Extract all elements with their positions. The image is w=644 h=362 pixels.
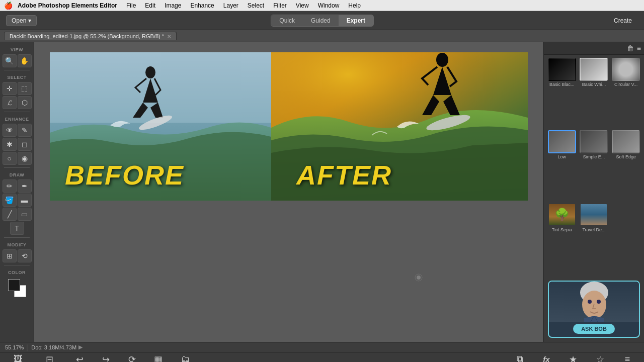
status-bar: 55.17% │ Doc: 3.18M/4.73M ▶ [0,342,644,352]
marquee-tool[interactable]: ⬚ [18,82,32,95]
close-tab-icon[interactable]: ✕ [167,34,171,39]
tab-filename: Backlit Boarding_edited-1.jpg @ 55.2% (B… [10,33,164,39]
panel-delete-icon[interactable]: 🗑 [627,44,634,52]
mode-group: Quick Guided Expert [271,15,374,27]
rotate-icon: ⟳ [128,354,136,363]
organizer-icon: 🗂 [181,354,190,362]
line-tool[interactable]: ╱ [3,208,17,221]
preset-label-travel-de: Travel De... [582,227,605,232]
draw-section-label: DRAW [2,170,32,178]
transform-tool[interactable]: ⟲ [18,249,32,262]
menu-layer[interactable]: Layer [219,1,243,10]
panel-settings-icon[interactable]: ≡ [637,44,641,52]
menu-file[interactable]: File [122,1,140,10]
left-toolbar: VIEW 🔍 ✋ SELECT ✛ ⬚ 𝓛 ⬡ ENHANCE 👁 ✎ ✱ ◻ … [0,42,34,342]
brush-tool[interactable]: ✏ [3,179,17,193]
open-button[interactable]: Open ▾ [6,15,37,26]
paint-bucket-tool[interactable]: 🪣 [3,194,17,207]
view-section-label: VIEW [2,45,32,53]
preset-circular-v[interactable]: Circular V... [611,58,641,128]
preset-thumb-basic-white [580,58,608,81]
layout-button[interactable]: ▦ Layout [145,353,171,363]
move-tool[interactable]: ✛ [3,82,17,95]
more-icon: ≡ [625,354,630,362]
shape-tool[interactable]: ▭ [18,208,32,221]
preset-label-basic-black: Basic Blac... [549,82,575,87]
menu-view[interactable]: View [292,1,313,10]
svg-point-14 [597,300,601,304]
canvas-area[interactable]: BEFORE [34,42,543,342]
svg-point-9 [415,274,422,281]
expert-mode-button[interactable]: Expert [339,15,373,26]
graphics-button[interactable]: ★ Graphics [560,353,586,363]
preset-basic-white[interactable]: Basic Whi... [579,58,609,128]
favorites-icon: ☆ [596,354,604,363]
doc-info: Doc: 3.18M/4.73M [31,344,76,350]
app-title: Adobe Photoshop Elements Editor [18,2,117,9]
svg-point-13 [588,300,592,304]
healing-tool[interactable]: ✎ [18,124,32,137]
preset-travel-de[interactable]: Travel De... [579,203,609,274]
preset-basic-black[interactable]: Basic Blac... [547,58,577,128]
red-eye-tool[interactable]: 👁 [3,124,17,137]
layers-button[interactable]: ⧉ Layers [508,353,533,362]
zoom-tool[interactable]: 🔍 [3,54,17,67]
guided-mode-button[interactable]: Guided [303,15,339,26]
apple-menu[interactable]: 🍎 [4,2,13,10]
preset-label-tint-sepia: Tint Sepia [552,227,572,232]
lasso-tool[interactable]: 𝓛 [3,96,17,109]
preset-tint-sepia[interactable]: 🌳 Tint Sepia [547,203,577,274]
svg-point-2 [145,66,155,78]
rotate-button[interactable]: ⟳ Rotate [119,353,144,363]
menu-window[interactable]: Window [314,1,344,10]
preset-soft-edge[interactable]: Soft Edge [611,130,641,201]
menu-enhance[interactable]: Enhance [186,1,218,10]
svg-point-6 [436,53,448,67]
quick-mode-button[interactable]: Quick [271,15,303,26]
menu-filter[interactable]: Filter [269,1,291,10]
before-panel: BEFORE [50,52,271,201]
pencil-tool[interactable]: ✒ [18,179,32,193]
clone-stamp-tool[interactable]: ✱ [3,138,17,151]
foreground-color-swatch[interactable] [8,279,20,291]
color-section-label: COLOR [2,268,32,276]
color-swatches [2,279,32,297]
menu-edit[interactable]: Edit [141,1,159,10]
hand-tool[interactable]: ✋ [18,54,32,67]
preset-label-soft-edge: Soft Edge [616,154,636,159]
quick-select-tool[interactable]: ⬡ [18,96,32,109]
create-button[interactable]: Create [608,15,638,26]
dodge-tool[interactable]: ○ [3,152,17,165]
photo-bin-button[interactable]: 🖼 Photo Bin [4,353,32,362]
status-arrow[interactable]: ▶ [78,344,83,350]
undo-button[interactable]: ↩ Undo [67,353,92,363]
tool-options-button[interactable]: ⊟ Tool Options [33,353,66,363]
color-pair[interactable] [8,279,26,297]
select-section-label: SELECT [2,73,32,81]
preset-label-basic-white: Basic Whi... [582,82,606,87]
menu-select[interactable]: Select [244,1,268,10]
crop-tool[interactable]: ⊞ [3,249,17,262]
gradient-tool[interactable]: ▬ [18,194,32,207]
file-tab[interactable]: Backlit Boarding_edited-1.jpg @ 55.2% (B… [4,32,177,40]
organizer-button[interactable]: 🗂 Organizer [172,353,200,362]
preset-low[interactable]: Low [547,130,577,201]
type-tool[interactable]: T [10,222,24,235]
favorites-button[interactable]: ☆ Favorites [587,353,614,363]
preset-label-circular-v: Circular V... [614,82,637,87]
menu-image[interactable]: Image [160,1,185,10]
redo-button[interactable]: ↪ Redo [93,353,118,363]
blur-tool[interactable]: ◉ [18,152,32,165]
eraser-tool[interactable]: ◻ [18,138,32,151]
bob-face-svg [577,282,612,322]
after-label: AFTER [296,159,392,191]
menu-help[interactable]: Help [344,1,365,10]
before-label: BEFORE [65,159,184,191]
preset-simple-e[interactable]: Simple E... [579,130,609,201]
preset-thumb-travel-de [580,203,608,226]
more-button[interactable]: ≡ More [615,353,640,362]
redo-icon: ↪ [102,354,110,363]
effects-button[interactable]: fx Effects [534,354,559,362]
modify-section-label: MODIFY [2,240,32,248]
ask-bob-button[interactable]: ASK BOB [573,324,615,334]
